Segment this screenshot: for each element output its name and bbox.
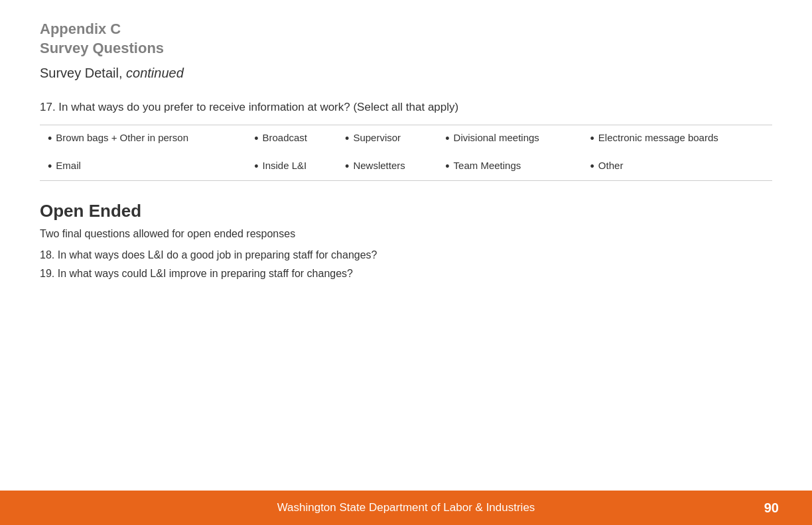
open-ended-title: Open Ended: [40, 201, 772, 221]
option-broadcast: • Broadcast: [246, 125, 337, 153]
main-content: Appendix C Survey Questions Survey Detai…: [0, 0, 812, 280]
survey-detail-prefix: Survey Detail,: [40, 66, 126, 80]
bullet-icon: •: [254, 160, 258, 174]
appendix-line1: Appendix C: [40, 21, 121, 37]
footer: Washington State Department of Labor & I…: [0, 491, 812, 525]
appendix-line2: Survey Questions: [40, 40, 164, 56]
option-electronic: • Electronic message boards: [582, 125, 772, 153]
bullet-icon: •: [345, 132, 349, 146]
footer-page-number: 90: [764, 500, 779, 516]
survey-detail-heading: Survey Detail, continued: [40, 66, 772, 81]
bullet-icon: •: [445, 132, 449, 146]
question-18-text: 18. In what ways does L&I do a good job …: [40, 249, 772, 261]
option-supervisor: • Supervisor: [337, 125, 437, 153]
option-brown-bags: • Brown bags + Other in person: [40, 125, 246, 153]
options-row-1: • Brown bags + Other in person • Broadca…: [40, 125, 772, 153]
option-inside-li: • Inside L&I: [246, 153, 337, 181]
option-email-text: Email: [56, 160, 81, 171]
option-supervisor-text: Supervisor: [353, 132, 401, 143]
appendix-title: Appendix C Survey Questions: [40, 20, 772, 58]
option-divisional-text: Divisional meetings: [454, 132, 539, 143]
option-divisional: • Divisional meetings: [437, 125, 582, 153]
open-ended-subtitle: Two final questions allowed for open end…: [40, 228, 772, 240]
question-17-text: 17. In what ways do you prefer to receiv…: [40, 101, 772, 114]
bullet-icon: •: [254, 132, 258, 146]
option-inside-li-text: Inside L&I: [262, 160, 306, 171]
bullet-icon: •: [345, 160, 349, 174]
question-19-text: 19. In what ways could L&I improve in pr…: [40, 268, 772, 280]
option-brown-bags-text: Brown bags + Other in person: [56, 132, 188, 143]
option-newsletters-text: Newsletters: [353, 160, 405, 171]
option-email: • Email: [40, 153, 246, 181]
option-other: • Other: [582, 153, 772, 181]
bullet-icon: •: [590, 160, 594, 174]
option-broadcast-text: Broadcast: [262, 132, 307, 143]
option-other-text: Other: [598, 160, 624, 171]
options-table: • Brown bags + Other in person • Broadca…: [40, 125, 772, 181]
bullet-icon: •: [445, 160, 449, 174]
option-newsletters: • Newsletters: [337, 153, 437, 181]
options-row-2: • Email • Inside L&I • Newsletters •: [40, 153, 772, 181]
bullet-icon: •: [590, 132, 594, 146]
bullet-icon: •: [48, 160, 52, 174]
survey-detail-italic: continued: [126, 66, 184, 80]
option-team-meetings: • Team Meetings: [437, 153, 582, 181]
option-team-meetings-text: Team Meetings: [454, 160, 521, 171]
option-electronic-text: Electronic message boards: [598, 132, 718, 143]
bullet-icon: •: [48, 132, 52, 146]
footer-text: Washington State Department of Labor & I…: [277, 501, 535, 514]
